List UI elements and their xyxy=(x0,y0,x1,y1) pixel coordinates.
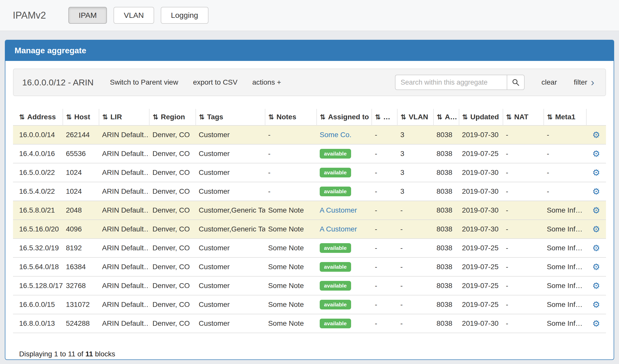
gear-icon[interactable]: ⚙ xyxy=(592,224,600,234)
cell-meta1: Some Inf… xyxy=(544,295,586,314)
cell-tags: Customer,Generic Tag xyxy=(196,220,265,239)
gear-icon[interactable]: ⚙ xyxy=(592,187,600,196)
cell-assigned: available xyxy=(317,163,372,182)
cell-vlan: - xyxy=(397,239,434,257)
gear-icon[interactable]: ⚙ xyxy=(592,281,600,291)
gear-icon[interactable]: ⚙ xyxy=(592,262,600,272)
cell-lir: ARIN Default… xyxy=(99,314,150,333)
cell-col8: - xyxy=(372,239,397,257)
sort-icon: ⇅ xyxy=(199,113,205,121)
gear-icon[interactable]: ⚙ xyxy=(592,130,600,140)
cell-notes: - xyxy=(265,125,317,144)
assigned-customer-link[interactable]: A Customer xyxy=(320,206,357,214)
gear-icon[interactable]: ⚙ xyxy=(592,168,600,177)
gear-icon[interactable]: ⚙ xyxy=(592,205,600,215)
column-header-assigned[interactable]: ⇅Assigned to xyxy=(317,109,372,125)
tab-ipam[interactable]: IPAM xyxy=(68,7,107,24)
cell-region: Denver, CO xyxy=(149,201,195,220)
cell-updated: 2019-07-30 xyxy=(459,125,503,144)
available-badge: available xyxy=(320,168,351,177)
gear-icon[interactable]: ⚙ xyxy=(592,300,600,309)
available-badge: available xyxy=(320,300,351,309)
column-header-nat[interactable]: ⇅NAT xyxy=(503,109,544,125)
cell-lir: ARIN Default… xyxy=(99,239,150,257)
switch-parent-view-link[interactable]: Switch to Parent view xyxy=(110,78,178,86)
export-csv-link[interactable]: export to CSV xyxy=(193,78,237,86)
sort-icon: ⇅ xyxy=(102,113,108,121)
tab-vlan[interactable]: VLAN xyxy=(114,7,154,24)
column-header-address[interactable]: ⇅Address xyxy=(13,109,63,125)
cell-vlan: 3 xyxy=(397,144,434,163)
cell-notes: Some Note xyxy=(265,220,317,239)
cell-row-actions: ⚙ xyxy=(586,239,606,257)
actions-dropdown[interactable]: actions + xyxy=(252,78,281,86)
gear-icon[interactable]: ⚙ xyxy=(592,319,600,328)
table-row: 16.5.32.0/198192ARIN Default…Denver, COC… xyxy=(13,239,606,257)
column-header-row-actions xyxy=(586,109,606,125)
cell-vlan: 3 xyxy=(397,163,434,182)
column-header-meta1[interactable]: ⇅Meta1 xyxy=(544,109,586,125)
cell-meta1: Some Inf… xyxy=(544,257,586,276)
cell-meta1: Some Inf… xyxy=(544,220,586,239)
sort-icon: ⇅ xyxy=(320,113,326,121)
column-header-tags[interactable]: ⇅Tags xyxy=(196,109,265,125)
cell-region: Denver, CO xyxy=(149,239,195,257)
cell-host: 131072 xyxy=(63,295,99,314)
cell-host: 8192 xyxy=(63,239,99,257)
gear-icon[interactable]: ⚙ xyxy=(592,243,600,253)
cell-tags: Customer xyxy=(196,182,265,201)
cell-assigned: available xyxy=(317,276,372,295)
tab-logging[interactable]: Logging xyxy=(161,7,208,24)
table-row: 16.6.0.0/15131072ARIN Default…Denver, CO… xyxy=(13,295,606,314)
cell-meta1: - xyxy=(544,163,586,182)
available-badge: available xyxy=(320,149,351,159)
column-header-col8[interactable]: ⇅… xyxy=(372,109,397,125)
available-badge: available xyxy=(320,262,351,272)
column-label: Notes xyxy=(276,113,296,121)
sort-icon: ⇅ xyxy=(375,113,381,121)
assigned-customer-link[interactable]: Some Co. xyxy=(320,131,352,139)
cell-tags: Customer xyxy=(196,257,265,276)
cell-lir: ARIN Default… xyxy=(99,182,150,201)
search-input[interactable] xyxy=(395,75,507,90)
column-header-lir[interactable]: ⇅LIR xyxy=(99,109,150,125)
cell-updated: 2019-07-30 xyxy=(459,163,503,182)
cell-assigned: available xyxy=(317,314,372,333)
top-navbar: IPAMv2 IPAMVLANLogging xyxy=(0,0,619,31)
gear-icon[interactable]: ⚙ xyxy=(592,149,600,159)
column-header-notes[interactable]: ⇅Notes xyxy=(265,109,317,125)
column-header-host[interactable]: ⇅Host xyxy=(63,109,99,125)
manage-aggregate-panel: Manage aggregate 16.0.0.0/12 - ARIN Swit… xyxy=(5,40,614,360)
cell-address: 16.8.0.0/13 xyxy=(13,314,63,333)
cell-row-actions: ⚙ xyxy=(586,220,606,239)
column-label: Region xyxy=(161,113,185,121)
filter-link[interactable]: filter › xyxy=(574,78,594,86)
cell-row-actions: ⚙ xyxy=(586,182,606,201)
column-label: Tags xyxy=(207,113,223,121)
cell-asn: 8038 xyxy=(434,314,459,333)
cell-asn: 8038 xyxy=(434,276,459,295)
column-header-asn[interactable]: ⇅A… xyxy=(434,109,459,125)
cell-host: 524288 xyxy=(63,314,99,333)
cell-lir: ARIN Default… xyxy=(99,125,150,144)
column-label: Assigned to xyxy=(328,113,369,121)
column-header-updated[interactable]: ⇅Updated xyxy=(459,109,503,125)
assigned-customer-link[interactable]: A Customer xyxy=(320,225,357,233)
column-header-region[interactable]: ⇅Region xyxy=(149,109,195,125)
cell-notes: Some Note xyxy=(265,295,317,314)
cell-updated: 2019-07-25 xyxy=(459,144,503,163)
cell-nat: - xyxy=(503,276,544,295)
cell-host: 32768 xyxy=(63,276,99,295)
cell-meta1: Some Inf… xyxy=(544,201,586,220)
cell-asn: 8038 xyxy=(434,182,459,201)
cell-lir: ARIN Default… xyxy=(99,220,150,239)
cell-notes: - xyxy=(265,182,317,201)
column-header-vlan[interactable]: ⇅VLAN xyxy=(397,109,434,125)
cell-tags: Customer xyxy=(196,295,265,314)
clear-link[interactable]: clear xyxy=(541,78,557,86)
cell-updated: 2019-07-25 xyxy=(459,276,503,295)
column-label: Updated xyxy=(470,113,499,121)
search-button[interactable] xyxy=(507,75,525,90)
footer-prefix: Displaying 1 to 11 of xyxy=(19,350,83,358)
chevron-right-icon: › xyxy=(591,78,594,86)
